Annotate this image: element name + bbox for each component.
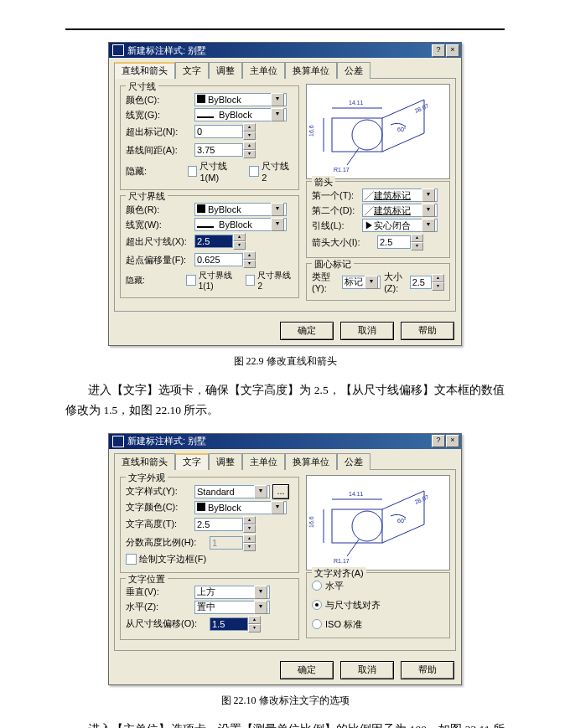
dimline-color-combo[interactable]: ByBlock▾ xyxy=(194,93,287,106)
hide-dim2-label: 尺寸线 2 xyxy=(262,160,293,183)
svg-text:16.6: 16.6 xyxy=(308,516,314,528)
fig2-tabs: 直线和箭头 文字 调整 主单位 换算单位 公差 xyxy=(109,449,461,469)
tab-lines-arrows[interactable]: 直线和箭头 xyxy=(114,453,175,470)
chevron-down-icon: ▾ xyxy=(271,501,284,514)
tab-tolerance[interactable]: 公差 xyxy=(337,62,370,79)
spin-buttons[interactable]: ▴▾ xyxy=(243,142,256,158)
frac-scale-label: 分数高度比例(H): xyxy=(126,536,210,549)
fig2-titlebar: 新建标注样式: 别墅 ? × xyxy=(109,434,461,449)
ok-button[interactable]: 确定 xyxy=(280,661,334,679)
fig1-preview: 14.11 16.6 R1.17 60° 28.07 xyxy=(306,84,450,179)
group-center: 圆心标记 类型(Y): 标记▾ 大小(Z): 2.5▴▾ xyxy=(306,263,450,301)
app-icon xyxy=(112,436,124,447)
hide-ext2-label: 尺寸界线 2 xyxy=(257,270,293,291)
vert-combo[interactable]: 上方▾ xyxy=(194,586,270,599)
dimline-lw-combo[interactable]: ByBlock▾ xyxy=(194,108,287,121)
group-align: 文字对齐(A) 水平 与尺寸线对齐 ISO 标准 xyxy=(306,572,450,638)
svg-text:R1.17: R1.17 xyxy=(334,558,350,564)
horiz-combo[interactable]: 置中▾ xyxy=(194,601,270,614)
tab-text[interactable]: 文字 xyxy=(175,62,209,79)
fig1-dialog: 新建标注样式: 别墅 ? × 直线和箭头 文字 调整 主单位 换算单位 公差 尺… xyxy=(108,42,462,346)
help-icon[interactable]: ? xyxy=(432,435,445,447)
svg-line-3 xyxy=(382,133,424,152)
tab-alt-units[interactable]: 换算单位 xyxy=(285,453,337,470)
group-extline-title: 尺寸界线 xyxy=(126,190,168,203)
chevron-down-icon: ▾ xyxy=(271,93,284,106)
chevron-down-icon: ▾ xyxy=(365,276,378,289)
ok-button[interactable]: 确定 xyxy=(280,322,334,340)
svg-text:14.11: 14.11 xyxy=(349,100,364,106)
spin-buttons[interactable]: ▴▾ xyxy=(432,274,444,291)
close-icon[interactable]: × xyxy=(446,435,459,447)
spin-buttons[interactable]: ▴▾ xyxy=(243,251,256,268)
hide-dim1-check[interactable] xyxy=(188,166,198,177)
align-iso-radio[interactable] xyxy=(312,619,322,629)
offset-input[interactable]: 1.5 xyxy=(210,617,248,631)
arrow-size-input[interactable]: 2.5 xyxy=(377,235,411,249)
extline-ext-input[interactable]: 2.5 xyxy=(194,235,233,248)
svg-point-1 xyxy=(352,120,382,150)
fig2-buttons: 确定 取消 帮助 xyxy=(109,656,461,684)
spin-buttons[interactable]: ▴▾ xyxy=(233,233,246,250)
dimline-lw-label: 线宽(G): xyxy=(126,109,194,121)
text-style-label: 文字样式(Y): xyxy=(126,485,194,498)
arrow-leader-combo[interactable]: ▶实心闭合▾ xyxy=(362,219,438,232)
text-frame-check[interactable] xyxy=(126,554,137,565)
extline-color-combo[interactable]: ByBlock▾ xyxy=(194,203,287,216)
text-style-combo[interactable]: Standard▾ xyxy=(194,485,270,498)
align-horiz-radio[interactable] xyxy=(312,581,322,591)
cancel-button[interactable]: 取消 xyxy=(340,661,394,679)
extline-hide-label: 隐藏: xyxy=(126,275,186,287)
arrow-first-label: 第一个(T): xyxy=(312,189,362,202)
arrow-second-combo[interactable]: ╱建筑标记▾ xyxy=(362,204,438,217)
fig1-body: 尺寸线 颜色(C): ByBlock▾ 线宽(G): ByBlock▾ 超出标记… xyxy=(114,78,456,312)
hide-ext2-check[interactable] xyxy=(246,275,256,286)
tab-fit[interactable]: 调整 xyxy=(209,453,242,470)
text-height-input[interactable]: 2.5 xyxy=(194,518,243,531)
tab-tolerance[interactable]: 公差 xyxy=(337,453,370,470)
spin-buttons[interactable]: ▴▾ xyxy=(248,616,261,632)
align-dimline-radio[interactable] xyxy=(312,600,322,610)
chevron-down-icon: ▾ xyxy=(422,219,435,232)
hide-ext1-check[interactable] xyxy=(186,275,196,286)
paragraph-2: 进入【主单位】选项卡，设置【测量单位比例】的比例因子为 100，如图 22.11… xyxy=(65,720,505,728)
close-icon[interactable]: × xyxy=(446,44,459,57)
spin-buttons[interactable]: ▴▾ xyxy=(243,516,256,533)
tab-lines-arrows[interactable]: 直线和箭头 xyxy=(114,62,175,79)
text-color-combo[interactable]: ByBlock▾ xyxy=(194,501,287,514)
fig2-dialog: 新建标注样式: 别墅 ? × 直线和箭头 文字 调整 主单位 换算单位 公差 文… xyxy=(108,433,462,685)
horiz-label: 水平(Z): xyxy=(126,601,194,613)
spin-buttons[interactable]: ▴▾ xyxy=(243,123,256,140)
fig1-titlebar: 新建标注样式: 别墅 ? × xyxy=(109,43,461,58)
tab-primary-units[interactable]: 主单位 xyxy=(242,62,285,79)
center-type-combo[interactable]: 标记▾ xyxy=(342,276,381,289)
group-dimline: 尺寸线 颜色(C): ByBlock▾ 线宽(G): ByBlock▾ 超出标记… xyxy=(120,85,299,190)
chevron-down-icon: ▾ xyxy=(254,586,267,599)
help-icon[interactable]: ? xyxy=(432,44,445,57)
spin-buttons[interactable]: ▴▾ xyxy=(411,234,423,250)
tab-primary-units[interactable]: 主单位 xyxy=(242,453,285,470)
center-size-input[interactable]: 2.5 xyxy=(410,276,432,289)
cancel-button[interactable]: 取消 xyxy=(340,322,394,340)
hide-dim2-check[interactable] xyxy=(249,166,259,177)
text-frame-label: 绘制文字边框(F) xyxy=(139,553,206,565)
arrow-first-combo[interactable]: ╱建筑标记▾ xyxy=(362,188,438,202)
style-browse-button[interactable]: ... xyxy=(272,484,289,499)
tab-fit[interactable]: 调整 xyxy=(209,62,242,79)
chevron-down-icon: ▾ xyxy=(271,203,284,216)
help-button[interactable]: 帮助 xyxy=(401,661,454,679)
dimline-ext-input[interactable]: 0 xyxy=(194,125,243,138)
help-button[interactable]: 帮助 xyxy=(401,322,454,340)
extline-lw-combo[interactable]: ByBlock▾ xyxy=(194,218,287,231)
center-size-label: 大小(Z): xyxy=(384,271,409,293)
tab-text[interactable]: 文字 xyxy=(175,453,209,470)
dimline-ext-label: 超出标记(N): xyxy=(126,126,194,138)
svg-text:R1.17: R1.17 xyxy=(334,167,350,173)
dimline-baseline-input[interactable]: 3.75 xyxy=(194,143,243,157)
extline-origin-input[interactable]: 0.625 xyxy=(194,253,243,266)
fig1-title: 新建标注样式: 别墅 xyxy=(127,44,206,57)
fig2-title: 新建标注样式: 别墅 xyxy=(127,435,206,447)
dimline-color-label: 颜色(C): xyxy=(126,94,194,106)
tab-alt-units[interactable]: 换算单位 xyxy=(285,62,337,79)
chevron-down-icon: ▾ xyxy=(271,218,284,231)
